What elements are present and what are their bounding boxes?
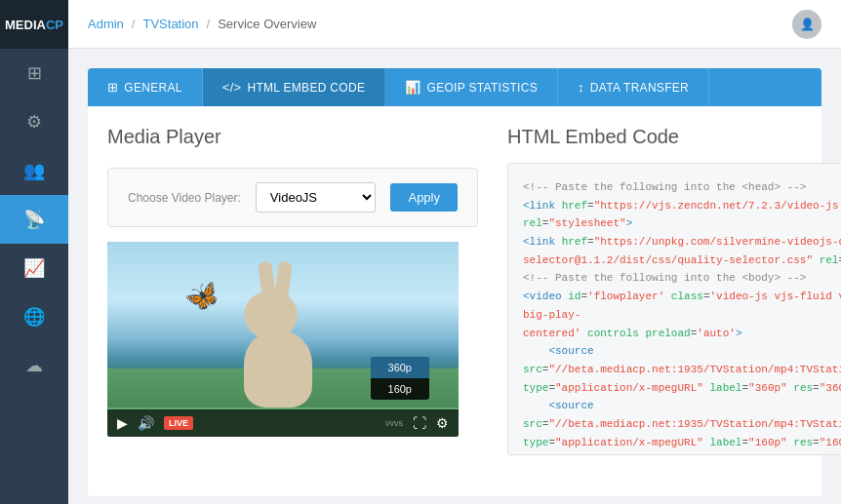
code-link-1: <link	[523, 200, 555, 212]
footer: Powered by MediaCP	[88, 496, 821, 504]
content-area: ⊞ GENERAL </> HTML EMBED CODE 📊 GEOIP ST…	[68, 49, 841, 504]
sidebar-item-network[interactable]: 🌐	[0, 292, 68, 341]
media-player-title: Media Player	[107, 126, 478, 148]
breadcrumb-admin[interactable]: Admin	[88, 17, 124, 31]
selector-label: Choose Video Player:	[128, 191, 241, 205]
rabbit-figure	[244, 291, 312, 407]
left-section: Media Player Choose Video Player: VideoJ…	[107, 126, 478, 455]
tab-geoip-label: GEOIP STATISTICS	[427, 81, 539, 95]
sidebar-item-dashboard[interactable]: ⊞	[0, 49, 68, 97]
sidebar-item-cloud[interactable]: ☁	[0, 341, 68, 390]
datatransfer-tab-icon: ↕	[578, 80, 584, 95]
tab-general[interactable]: ⊞ GENERAL	[88, 68, 203, 106]
html-code-block: <!-- Paste the following into the <head>…	[507, 163, 841, 455]
tab-general-label: GENERAL	[124, 81, 181, 95]
code-comment-2: <!-- Paste the following into the <body>…	[523, 272, 806, 284]
quality-360p[interactable]: 360p	[371, 357, 429, 378]
breadcrumb-current: Service Overview	[218, 17, 316, 31]
sidebar-item-analytics[interactable]: 📈	[0, 244, 68, 292]
panel: Media Player Choose Video Player: VideoJ…	[88, 106, 821, 496]
breadcrumb-tvstation[interactable]: TVStation	[142, 17, 198, 31]
general-tab-icon: ⊞	[107, 80, 118, 95]
avatar-icon: 👤	[800, 18, 815, 31]
play-button[interactable]: ▶	[117, 415, 128, 431]
tab-html-embed[interactable]: </> HTML EMBED CODE	[203, 68, 385, 106]
apply-button[interactable]: Apply	[390, 183, 458, 212]
sidebar-item-settings[interactable]: ⚙	[0, 97, 68, 146]
tab-html-label: HTML EMBED CODE	[247, 81, 365, 95]
quality-menu: 360p 160p	[371, 357, 429, 400]
breadcrumb-sep-2: /	[207, 17, 211, 31]
geoip-tab-icon: 📊	[405, 80, 420, 95]
tab-geoip[interactable]: 📊 GEOIP STATISTICS	[385, 68, 558, 106]
video-player-dropdown[interactable]: VideoJS JWPlayer Flowplayer	[256, 182, 377, 213]
right-section: HTML Embed Code <!-- Paste the following…	[507, 126, 841, 455]
quality-160p[interactable]: 160p	[371, 378, 429, 400]
user-avatar[interactable]: 👤	[792, 10, 821, 39]
topbar: Admin / TVStation / Service Overview 👤	[68, 0, 841, 49]
code-video: <video	[523, 291, 562, 302]
tab-data-transfer[interactable]: ↕ DATA TRANSFER	[558, 68, 709, 106]
watermark: vvvs	[385, 418, 403, 428]
breadcrumb: Admin / TVStation / Service Overview	[88, 17, 316, 31]
rabbit-body	[244, 330, 312, 407]
tvstation-icon: 📡	[23, 209, 45, 230]
dashboard-icon: ⊞	[27, 62, 42, 84]
settings-icon: ⚙	[26, 111, 42, 133]
code-comment-1: <!-- Paste the following into the <head>…	[523, 181, 806, 193]
quality-160p-label: 160p	[388, 383, 412, 395]
sidebar-item-users[interactable]: 👥	[0, 146, 68, 195]
html-tab-icon: </>	[222, 80, 242, 95]
code-link-2: <link	[523, 236, 555, 248]
live-badge: LIVE	[164, 416, 193, 430]
analytics-icon: 📈	[23, 257, 45, 279]
network-icon: 🌐	[23, 306, 45, 328]
quality-360p-label: 360p	[388, 362, 412, 373]
video-controls: ▶ 🔊 LIVE vvvs ⛶ ⚙	[107, 409, 459, 437]
tab-bar: ⊞ GENERAL </> HTML EMBED CODE 📊 GEOIP ST…	[88, 68, 821, 106]
main-content: Admin / TVStation / Service Overview 👤 ⊞…	[68, 0, 841, 504]
settings-button[interactable]: ⚙	[436, 415, 449, 431]
volume-button[interactable]: 🔊	[138, 415, 154, 431]
html-embed-title: HTML Embed Code	[507, 126, 841, 148]
breadcrumb-sep-1: /	[132, 17, 136, 31]
video-player: 🦋 360p 160p ▶	[107, 242, 459, 437]
fullscreen-button[interactable]: ⛶	[413, 415, 426, 431]
sidebar-logo: MEDIACP	[0, 0, 68, 49]
sidebar: MEDIACP ⊞ ⚙ 👥 📡 📈 🌐 ☁	[0, 0, 68, 504]
tab-datatransfer-label: DATA TRANSFER	[590, 81, 689, 95]
cloud-icon: ☁	[25, 355, 43, 376]
topbar-right: 👤	[792, 10, 821, 39]
sidebar-item-tvstation[interactable]: 📡	[0, 195, 68, 244]
panel-layout: Media Player Choose Video Player: VideoJ…	[107, 126, 802, 455]
users-icon: 👥	[23, 160, 45, 181]
video-player-selector: Choose Video Player: VideoJS JWPlayer Fl…	[107, 168, 478, 227]
